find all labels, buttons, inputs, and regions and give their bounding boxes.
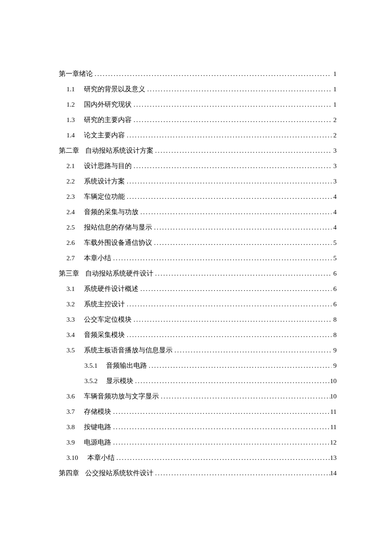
toc-entry-number: 1.2	[66, 101, 75, 108]
toc-entry: 3.10本章小结................................…	[66, 454, 337, 461]
toc-entry-number: 3.7	[66, 408, 75, 415]
toc-entry-title: 系统主控设计	[84, 301, 125, 308]
toc-leader-dots: ........................................…	[138, 285, 331, 292]
toc-entry-number: 3.1	[66, 285, 75, 292]
toc-leader-dots: ........................................…	[111, 439, 330, 446]
toc-entry-title: 自动报站系统硬件设计	[85, 270, 153, 277]
toc-leader-dots: ........................................…	[138, 209, 331, 215]
toc-entry-title: 第一章绪论	[59, 70, 93, 77]
toc-entry: 3.6车辆音频功放与文字显示..........................…	[66, 393, 337, 400]
toc-entry: 2.7本章小结.................................…	[66, 255, 337, 262]
toc-page: 第一章绪论...................................…	[0, 0, 392, 477]
toc-entry-title: 存储模块	[84, 408, 111, 415]
toc-entry: 1.3研究的主要内容..............................…	[66, 116, 337, 123]
toc-entry-title: 论文主要内容	[84, 132, 125, 139]
toc-entry-title: 报站信息的存储与显示	[84, 224, 152, 231]
toc-entry-page: 5	[331, 239, 337, 246]
toc-entry-page: 12	[330, 439, 337, 446]
toc-entry-page: 4	[331, 193, 337, 200]
toc-entry-number: 3.5.2	[84, 378, 98, 384]
toc-entry: 3.1系统硬件设计概述.............................…	[66, 285, 337, 292]
toc-entry-number: 3.2	[66, 301, 75, 308]
toc-leader-dots: ........................................…	[132, 163, 331, 169]
toc-entry-number: 2.1	[66, 163, 75, 169]
toc-entry-title: 车辆定位功能	[84, 193, 125, 200]
toc-leader-dots: ........................................…	[133, 378, 330, 384]
toc-entry-page: 2	[331, 116, 337, 123]
toc-entry: 3.5.2显示模块...............................…	[84, 378, 337, 384]
toc-entry-page: 6	[331, 285, 337, 292]
toc-entry-title: 国内外研究现状	[84, 101, 132, 108]
toc-entry-number: 3.5.1	[84, 362, 98, 369]
toc-entry-number: 3.9	[66, 439, 75, 446]
toc-entry-page: 8	[331, 316, 337, 323]
toc-entry-number: 3.5	[66, 347, 75, 354]
toc-entry-number: 第二章	[59, 147, 79, 154]
toc-entry-title: 系统主板语音播放与信息显示	[84, 347, 173, 354]
toc-entry-number: 1.3	[66, 116, 75, 123]
toc-entry: 3.3公交车定位模块..............................…	[66, 316, 337, 323]
toc-entry-number: 2.6	[66, 239, 75, 246]
toc-leader-dots: ........................................…	[125, 301, 331, 308]
toc-leader-dots: ........................................…	[111, 408, 330, 415]
toc-leader-dots: ........................................…	[115, 454, 330, 461]
table-of-contents: 第一章绪论...................................…	[59, 70, 337, 477]
toc-entry-number: 2.4	[66, 209, 75, 215]
toc-entry-title: 音频的采集与功放	[84, 209, 138, 215]
toc-leader-dots: ........................................…	[93, 70, 331, 77]
toc-entry-number: 1.1	[66, 86, 75, 93]
toc-entry: 3.7存储模块.................................…	[66, 408, 337, 415]
toc-entry-page: 11	[330, 424, 337, 430]
toc-entry-title: 系统硬件设计概述	[84, 285, 138, 292]
toc-entry-title: 本章小结	[84, 255, 111, 262]
toc-entry-page: 6	[331, 270, 337, 277]
toc-entry: 2.4音频的采集与功放.............................…	[66, 209, 337, 215]
toc-entry-page: 4	[331, 224, 337, 231]
toc-entry-title: 研究的背景以及意义	[84, 86, 145, 93]
toc-entry-number: 3.3	[66, 316, 75, 323]
toc-entry-page: 11	[330, 408, 337, 415]
toc-entry-number: 2.7	[66, 255, 75, 262]
toc-entry-page: 2	[331, 132, 337, 139]
toc-leader-dots: ........................................…	[125, 178, 331, 185]
toc-entry-title: 公交车定位模块	[84, 316, 132, 323]
toc-entry-title: 音频输出电路	[106, 362, 147, 369]
toc-entry-page: 6	[331, 301, 337, 308]
toc-entry-number: 第四章	[59, 470, 79, 477]
toc-entry: 2.5报站信息的存储与显示...........................…	[66, 224, 337, 231]
toc-entry-number: 3.10	[66, 454, 78, 461]
toc-entry: 1.1研究的背景以及意义............................…	[66, 86, 337, 93]
toc-entry-page: 9	[331, 362, 337, 369]
toc-leader-dots: ........................................…	[125, 331, 331, 338]
toc-entry-number: 第三章	[59, 270, 79, 277]
toc-entry-title: 系统设计方案	[84, 178, 125, 185]
toc-entry-page: 9	[331, 347, 337, 354]
toc-leader-dots: ........................................…	[173, 347, 331, 354]
toc-entry-page: 1	[331, 101, 337, 108]
toc-entry: 第三章自动报站系统硬件设计...........................…	[59, 270, 337, 277]
toc-entry: 第四章公交报站系统软件设计...........................…	[59, 470, 337, 477]
toc-entry: 3.8按键电路.................................…	[66, 424, 337, 430]
toc-leader-dots: ........................................…	[145, 86, 331, 93]
toc-leader-dots: ........................................…	[153, 147, 331, 154]
toc-entry-page: 10	[330, 393, 337, 400]
toc-leader-dots: ........................................…	[132, 101, 331, 108]
toc-entry-title: 公交报站系统软件设计	[85, 470, 153, 477]
toc-entry-page: 10	[330, 378, 337, 384]
toc-entry: 2.1设计思路与目的..............................…	[66, 163, 337, 169]
toc-entry: 3.4音频采集模块...............................…	[66, 331, 337, 338]
toc-entry: 2.6车载外围设备通信协议...........................…	[66, 239, 337, 246]
toc-entry: 3.5系统主板语音播放与信息显示........................…	[66, 347, 337, 354]
toc-entry: 3.2系统主控设计...............................…	[66, 301, 337, 308]
toc-entry-title: 设计思路与目的	[84, 163, 132, 169]
toc-entry: 第二章自动报站系统设计方案...........................…	[59, 147, 337, 154]
toc-entry-number: 1.4	[66, 132, 75, 139]
toc-entry-page: 3	[331, 178, 337, 185]
toc-entry-page: 14	[330, 470, 337, 477]
toc-entry-title: 音频采集模块	[84, 331, 125, 338]
toc-entry-title: 电源电路	[84, 439, 111, 446]
toc-entry-title: 自动报站系统设计方案	[85, 147, 153, 154]
toc-entry: 1.4论文主要内容...............................…	[66, 132, 337, 139]
toc-entry-title: 本章小结	[87, 454, 115, 461]
toc-entry-page: 1	[331, 70, 337, 77]
